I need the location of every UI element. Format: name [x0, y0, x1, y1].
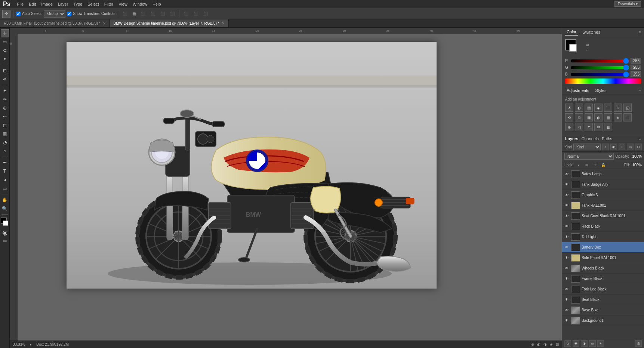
adj-channel-mixer[interactable]: ◐ — [594, 113, 603, 121]
move-tool[interactable]: ✛ — [1, 29, 9, 37]
adj-collapse[interactable]: ≡ — [639, 87, 641, 93]
blur-tool[interactable]: ◔ — [1, 138, 9, 147]
eraser-tool[interactable]: ◻ — [1, 121, 9, 129]
blend-mode-select[interactable]: Normal Dissolve Multiply Screen — [564, 153, 614, 160]
layer-eye-3[interactable]: 👁 — [564, 192, 570, 198]
text-tool[interactable]: T — [1, 167, 9, 175]
layer-item[interactable]: 👁 Background1 — [562, 315, 644, 326]
layer-eye-11[interactable]: 👁 — [564, 276, 570, 282]
adj-color-lookup[interactable]: ▤ — [604, 113, 612, 121]
align-left-btn[interactable]: ⬛ — [121, 10, 129, 18]
layer-eye-13[interactable]: 👁 — [564, 297, 570, 303]
b-slider[interactable] — [571, 73, 629, 76]
filter-smart-btn[interactable]: ⊡ — [635, 144, 642, 150]
gradient-tool[interactable]: ▦ — [1, 130, 9, 138]
layer-fx-btn[interactable]: fx — [564, 340, 571, 347]
wand-tool[interactable]: ✦ — [1, 55, 9, 63]
dodge-tool[interactable]: ○ — [1, 147, 9, 155]
menu-edit[interactable]: Edit — [29, 2, 36, 6]
distribute-right-btn[interactable]: ⬛ — [201, 10, 210, 18]
layer-eye-12[interactable]: 👁 — [564, 286, 570, 292]
crop-tool[interactable]: ⊡ — [1, 67, 9, 75]
menu-filter[interactable]: Filter — [104, 2, 113, 6]
layer-eye-6[interactable]: 👁 — [564, 224, 570, 230]
layer-kind-select[interactable]: Kind — [573, 144, 601, 150]
r-value[interactable]: 255 — [631, 58, 641, 64]
tab-1-close[interactable]: ✕ — [103, 21, 106, 25]
adj-invert[interactable]: ◈ — [614, 113, 622, 121]
filter-pixel-btn[interactable]: ▪ — [602, 144, 609, 150]
adj-extra1[interactable]: ⧉ — [594, 123, 603, 131]
layer-eye-2[interactable]: 👁 — [564, 182, 570, 188]
history-tool[interactable]: ↩ — [1, 113, 9, 121]
filter-type-btn[interactable]: T — [619, 144, 625, 150]
auto-select-checkbox[interactable] — [16, 12, 21, 16]
layers-tab[interactable]: Layers — [565, 136, 578, 141]
layer-item[interactable]: 👁 Base Bike — [562, 305, 644, 315]
layer-eye-14[interactable]: 👁 — [564, 307, 570, 313]
marquee-tool[interactable]: ▭ — [1, 38, 9, 46]
layer-eye-4[interactable]: 👁 — [564, 203, 570, 209]
layers-collapse[interactable]: ≡ — [639, 136, 641, 141]
layer-item[interactable]: 👁 Seat Cowl Black RAL1001 — [562, 211, 644, 221]
adj-curves[interactable]: ◈ — [594, 104, 603, 112]
distribute-center-btn[interactable]: ⬛ — [192, 10, 200, 18]
color-panel-collapse[interactable]: ≡ — [639, 30, 641, 34]
layer-eye-8[interactable]: 👁 — [564, 244, 570, 250]
lock-position-btn[interactable]: ✛ — [592, 162, 598, 168]
layer-eye-5[interactable]: 👁 — [564, 213, 570, 219]
adj-bw[interactable]: ⧉ — [575, 113, 583, 121]
adj-gradient-map[interactable]: ◱ — [575, 123, 583, 131]
layer-item[interactable]: 👁 Rack Black — [562, 221, 644, 232]
adj-brightness[interactable]: ☀ — [565, 104, 573, 112]
menu-type[interactable]: Type — [73, 2, 82, 6]
lock-pixels-btn[interactable]: ✏ — [584, 162, 590, 168]
lasso-tool[interactable]: ⊂ — [1, 46, 9, 55]
layer-item[interactable]: 👁 Fork Leg Black — [562, 284, 644, 295]
align-center-btn[interactable]: ▤ — [130, 10, 138, 18]
adj-selective-color[interactable]: ⟲ — [585, 123, 593, 131]
hand-tool[interactable]: ✋ — [1, 196, 9, 204]
adj-posterize[interactable]: ⬛ — [623, 113, 632, 121]
r-slider[interactable] — [571, 59, 629, 62]
color-selector[interactable] — [1, 218, 9, 227]
swap-colors[interactable]: ⇄ — [586, 43, 589, 47]
adj-vibrance[interactable]: ⊕ — [614, 104, 622, 112]
lock-transparent-btn[interactable]: ▪ — [576, 162, 582, 168]
tab-1[interactable]: R80 CKMK Final layout 2 timeline.psd @ 3… — [0, 19, 110, 27]
layer-eye-15[interactable]: 👁 — [564, 318, 570, 324]
menu-image[interactable]: Image — [41, 2, 53, 6]
color-spectrum[interactable] — [565, 78, 641, 84]
adj-levels[interactable]: ▤ — [585, 104, 593, 112]
filter-adj-btn[interactable]: ◐ — [610, 144, 617, 150]
lock-all-btn[interactable]: 🔒 — [600, 162, 606, 168]
layer-item[interactable]: 👁 Frame Black — [562, 274, 644, 284]
canvas-viewport[interactable]: BMW — [18, 34, 562, 341]
layer-eye-9[interactable]: 👁 — [564, 255, 570, 261]
align-right-btn[interactable]: ⬛ — [139, 10, 147, 18]
tab-2[interactable]: BMW Design Scheme timeline.psd @ 78.6% (… — [110, 19, 229, 27]
brush-tool[interactable]: ✏ — [1, 95, 9, 104]
b-value[interactable]: 255 — [631, 71, 641, 77]
align-top-btn[interactable]: ⬛ — [149, 10, 157, 18]
layer-item[interactable]: 👁 Wheels Black — [562, 263, 644, 274]
layer-eye-1[interactable]: 👁 — [564, 171, 570, 177]
align-middle-btn[interactable]: ⬛ — [158, 10, 167, 18]
reset-colors[interactable]: ↩ — [586, 48, 589, 52]
g-value[interactable]: 255 — [631, 65, 641, 70]
background-swatch[interactable] — [569, 44, 577, 52]
shape-tool[interactable]: ▭ — [1, 184, 9, 193]
delete-layer-btn[interactable]: 🗑 — [635, 340, 642, 347]
menu-select[interactable]: Select — [87, 2, 99, 6]
color-swatch-container[interactable] — [565, 39, 582, 56]
layer-item[interactable]: 👁 Graphic 3 — [562, 190, 644, 200]
layer-item[interactable]: 👁 Seat Black — [562, 295, 644, 305]
adj-extra2[interactable]: ▦ — [604, 123, 612, 131]
g-slider[interactable] — [571, 66, 629, 69]
screen-mode-btn[interactable]: ▭ — [3, 238, 7, 243]
adj-photo-filter[interactable]: ▦ — [585, 113, 593, 121]
quick-mask-btn[interactable]: ◉ — [2, 229, 7, 236]
filter-shape-btn[interactable]: ▭ — [627, 144, 634, 150]
color-tab[interactable]: Color — [565, 29, 578, 36]
adjustments-tab[interactable]: Adjustments — [565, 87, 591, 93]
